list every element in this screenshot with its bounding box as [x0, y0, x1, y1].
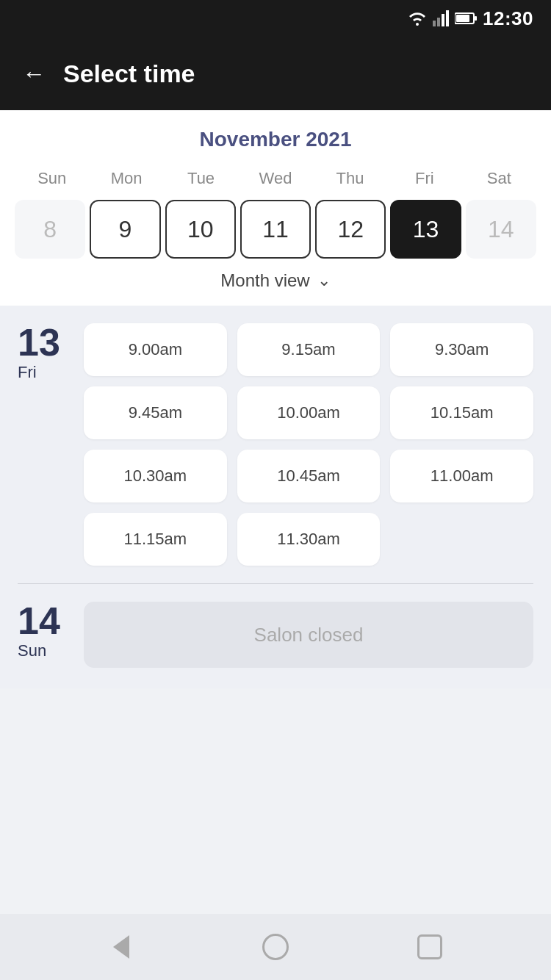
day-14-row: 14 Sun Salon closed	[18, 602, 533, 668]
svg-rect-2	[442, 14, 444, 26]
day-13-name: Fri	[18, 363, 69, 382]
day-13-number: 13	[18, 323, 69, 361]
timeslot-1130am[interactable]: 11.30am	[237, 513, 381, 566]
salon-closed-box: Salon closed	[84, 602, 533, 668]
day-14-section: 14 Sun Salon closed	[18, 602, 533, 668]
month-year-label: November 2021	[15, 128, 536, 151]
day-header-sat: Sat	[462, 166, 536, 191]
recents-nav-icon	[417, 934, 442, 959]
day-header-fri: Fri	[387, 166, 461, 191]
battery-icon	[455, 12, 477, 25]
status-time: 12:30	[483, 7, 533, 30]
home-nav-button[interactable]	[257, 929, 294, 965]
svg-rect-6	[456, 15, 469, 22]
header: ← Select time	[0, 37, 551, 110]
day-header-sun: Sun	[15, 166, 89, 191]
wifi-icon	[408, 11, 427, 26]
home-nav-icon	[262, 934, 289, 960]
signal-icon	[433, 10, 449, 26]
day-header-tue: Tue	[164, 166, 238, 191]
svg-rect-1	[437, 18, 440, 26]
status-bar: 12:30	[0, 0, 551, 37]
month-view-toggle[interactable]: Month view ⌄	[15, 259, 536, 294]
calendar-section: November 2021 Sun Mon Tue Wed Thu Fri Sa…	[0, 110, 551, 306]
timeslot-915am[interactable]: 9.15am	[237, 323, 381, 376]
timeslot-1115am[interactable]: 11.15am	[84, 513, 227, 566]
timeslots-grid-13: 9.00am 9.15am 9.30am 9.45am 10.00am 10.1…	[84, 323, 533, 566]
date-cell-11[interactable]: 11	[240, 200, 311, 259]
svg-rect-0	[433, 21, 436, 26]
timeslot-1045am[interactable]: 10.45am	[237, 450, 381, 502]
day-14-number: 14	[18, 602, 69, 640]
date-cell-14[interactable]: 14	[466, 200, 536, 259]
status-icons: 12:30	[408, 7, 533, 30]
day-header-thu: Thu	[313, 166, 387, 191]
month-view-label: Month view	[220, 270, 309, 291]
salon-closed-text: Salon closed	[254, 624, 364, 646]
timeslot-1030am[interactable]: 10.30am	[84, 450, 227, 502]
chevron-down-icon: ⌄	[317, 271, 331, 290]
timeslot-900am[interactable]: 9.00am	[84, 323, 227, 376]
day-header-wed: Wed	[238, 166, 312, 191]
day-14-name: Sun	[18, 641, 69, 660]
svg-rect-3	[446, 10, 449, 26]
date-cell-12[interactable]: 12	[315, 200, 386, 259]
date-cell-13[interactable]: 13	[390, 200, 461, 259]
date-cell-8[interactable]: 8	[15, 200, 85, 259]
timeslot-1100am[interactable]: 11.00am	[390, 450, 533, 502]
day-13-row: 13 Fri 9.00am 9.15am 9.30am 9.45am 10.00…	[18, 323, 533, 566]
timeslots-section: 13 Fri 9.00am 9.15am 9.30am 9.45am 10.00…	[0, 306, 551, 688]
timeslot-1000am[interactable]: 10.00am	[237, 386, 381, 439]
week-dates: 8 9 10 11 12 13 14	[15, 200, 536, 259]
timeslot-1015am[interactable]: 10.15am	[390, 386, 533, 439]
date-cell-10[interactable]: 10	[165, 200, 236, 259]
timeslot-930am[interactable]: 9.30am	[390, 323, 533, 376]
back-nav-button[interactable]	[103, 929, 140, 965]
bottom-nav	[0, 914, 551, 980]
page-title: Select time	[63, 60, 195, 88]
day-14-col: 14 Sun	[18, 602, 69, 660]
back-button[interactable]: ←	[22, 62, 46, 85]
section-divider	[18, 583, 533, 584]
svg-rect-5	[475, 16, 477, 21]
date-cell-9[interactable]: 9	[90, 200, 160, 259]
day-headers: Sun Mon Tue Wed Thu Fri Sat	[15, 166, 536, 191]
back-nav-icon	[113, 935, 129, 959]
recents-nav-button[interactable]	[411, 929, 448, 965]
day-13-section: 13 Fri 9.00am 9.15am 9.30am 9.45am 10.00…	[18, 323, 533, 566]
day-13-col: 13 Fri	[18, 323, 69, 382]
day-header-mon: Mon	[89, 166, 163, 191]
timeslot-945am[interactable]: 9.45am	[84, 386, 227, 439]
